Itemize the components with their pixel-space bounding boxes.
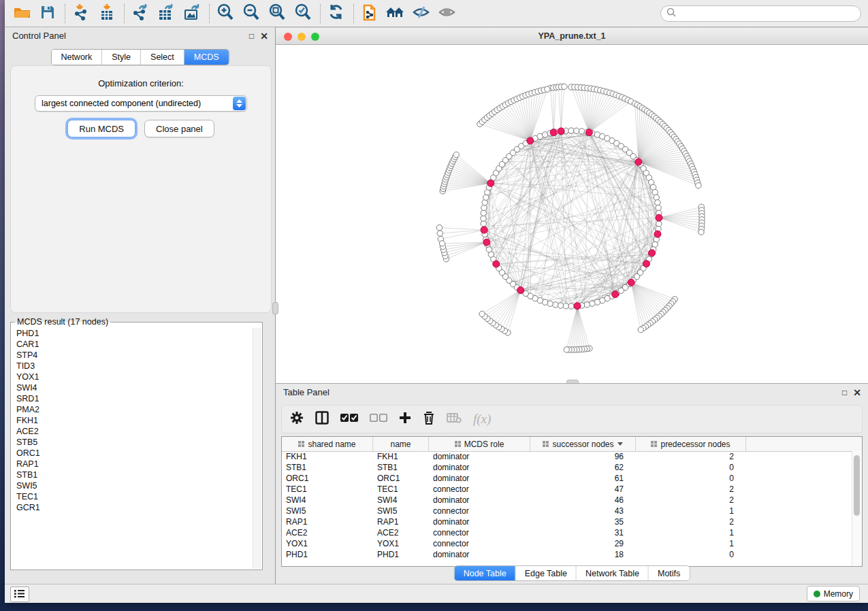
- home-networks-button[interactable]: [385, 3, 406, 24]
- mcds-result-item[interactable]: FKH1: [12, 415, 253, 426]
- table-cell[interactable]: 2: [636, 484, 746, 495]
- search-input[interactable]: [679, 7, 861, 20]
- delete-columns-icon[interactable]: [423, 411, 435, 427]
- memory-button[interactable]: Memory: [807, 586, 860, 601]
- table-cell[interactable]: connector: [429, 484, 530, 495]
- table-cell[interactable]: ORC1: [282, 473, 373, 484]
- table-cell[interactable]: 2: [636, 495, 746, 506]
- table-row[interactable]: SWI4SWI4dominator462: [282, 495, 852, 506]
- table-cell[interactable]: 47: [530, 484, 636, 495]
- show-columns-icon[interactable]: [315, 411, 329, 427]
- zoom-fit-button[interactable]: [267, 3, 287, 24]
- table-cell[interactable]: YOX1: [282, 538, 373, 549]
- table-scrollbar-thumb[interactable]: [854, 455, 860, 516]
- import-network-button[interactable]: [71, 3, 91, 24]
- table-cell[interactable]: dominator: [429, 473, 530, 484]
- table-cell[interactable]: 1: [636, 527, 746, 538]
- float-panel-icon[interactable]: □: [249, 32, 254, 40]
- column-header-shared-name[interactable]: shared name: [282, 437, 373, 451]
- network-graph[interactable]: [276, 45, 868, 383]
- mcds-result-item[interactable]: RAP1: [12, 459, 253, 469]
- table-row[interactable]: PHD1PHD1dominator180: [282, 549, 852, 560]
- table-row[interactable]: RAP1RAP1dominator352: [282, 516, 852, 527]
- mcds-result-scrollbar[interactable]: [253, 328, 261, 569]
- table-cell[interactable]: 2: [636, 451, 746, 462]
- export-image-button[interactable]: [182, 3, 202, 24]
- table-cell[interactable]: FKH1: [282, 451, 373, 462]
- table-cell[interactable]: 1: [636, 506, 746, 516]
- table-cell[interactable]: 62: [530, 462, 636, 473]
- table-cell[interactable]: RAP1: [373, 516, 429, 527]
- mcds-result-item[interactable]: ACE2: [12, 426, 253, 437]
- table-cell[interactable]: 0: [636, 473, 746, 484]
- mcds-result-item[interactable]: ORC1: [12, 448, 253, 459]
- export-network-button[interactable]: [130, 3, 150, 24]
- table-cell[interactable]: STB1: [282, 462, 373, 473]
- close-panel-icon[interactable]: ✕: [260, 32, 268, 40]
- table-cell[interactable]: 0: [636, 549, 746, 560]
- table-cell[interactable]: connector: [429, 506, 530, 516]
- select-all-checkboxes-icon[interactable]: [340, 413, 358, 425]
- save-session-button[interactable]: [37, 3, 58, 24]
- mcds-result-item[interactable]: PHD1: [12, 328, 253, 339]
- settings-gear-icon[interactable]: [290, 411, 304, 427]
- tab-style[interactable]: Style: [102, 50, 141, 65]
- table-cell[interactable]: 96: [530, 451, 636, 462]
- table-cell[interactable]: ACE2: [373, 527, 429, 538]
- table-cell[interactable]: ACE2: [282, 527, 373, 538]
- zoom-out-button[interactable]: [241, 3, 261, 24]
- tab-edge-table[interactable]: Edge Table: [516, 566, 577, 580]
- import-table-button[interactable]: [97, 3, 117, 24]
- mcds-result-item[interactable]: PMA2: [12, 404, 253, 415]
- table-cell[interactable]: connector: [429, 527, 530, 538]
- table-cell[interactable]: 61: [530, 473, 636, 484]
- float-table-panel-icon[interactable]: □: [842, 389, 847, 397]
- table-cell[interactable]: ORC1: [373, 473, 429, 484]
- table-cell[interactable]: 31: [530, 527, 636, 538]
- export-table-button[interactable]: [156, 3, 176, 24]
- table-cell[interactable]: dominator: [429, 549, 530, 560]
- mcds-result-item[interactable]: SWI5: [12, 480, 253, 491]
- unselect-all-checkboxes-icon[interactable]: [370, 413, 387, 425]
- zoom-in-button[interactable]: [215, 3, 236, 24]
- mcds-result-item[interactable]: CAR1: [12, 339, 253, 350]
- export-web-document-button[interactable]: [359, 3, 380, 24]
- open-session-button[interactable]: [12, 3, 32, 24]
- column-header-successor-nodes[interactable]: successor nodes: [530, 437, 636, 451]
- table-cell[interactable]: SWI4: [282, 495, 373, 506]
- table-cell[interactable]: dominator: [429, 451, 530, 462]
- mcds-result-item[interactable]: STB1: [12, 469, 253, 480]
- run-mcds-button[interactable]: Run MCDS: [67, 120, 135, 137]
- table-cell[interactable]: dominator: [429, 516, 530, 527]
- table-row[interactable]: STB1STB1dominator620: [282, 462, 852, 473]
- column-header-name[interactable]: name: [373, 437, 429, 451]
- table-cell[interactable]: SWI5: [282, 506, 373, 516]
- table-cell[interactable]: RAP1: [282, 516, 373, 527]
- mcds-result-item[interactable]: TEC1: [12, 491, 253, 502]
- column-header-MCDS-role[interactable]: MCDS role: [429, 437, 530, 451]
- close-panel-button[interactable]: Close panel: [144, 120, 214, 137]
- mcds-result-item[interactable]: TID3: [12, 361, 253, 371]
- mcds-result-item[interactable]: STP4: [12, 350, 253, 361]
- mcds-result-item[interactable]: YOX1: [12, 371, 253, 382]
- table-cell[interactable]: PHD1: [373, 549, 429, 560]
- table-cell[interactable]: STB1: [373, 462, 429, 473]
- mcds-result-item[interactable]: GCR1: [12, 502, 253, 513]
- table-row[interactable]: FKH1FKH1dominator962: [282, 451, 852, 462]
- table-cell[interactable]: PHD1: [282, 549, 373, 560]
- tab-network-table[interactable]: Network Table: [577, 566, 649, 580]
- refresh-button[interactable]: [326, 3, 347, 24]
- tab-motifs[interactable]: Motifs: [649, 566, 689, 580]
- optimization-criterion-dropdown[interactable]: largest connected component (undirected): [35, 95, 247, 112]
- table-cell[interactable]: TEC1: [373, 484, 429, 495]
- hide-style-button[interactable]: [411, 3, 432, 24]
- table-cell[interactable]: FKH1: [373, 451, 429, 462]
- table-row[interactable]: SWI5SWI5connector431: [282, 506, 852, 516]
- mcds-result-list[interactable]: PHD1CAR1STP4TID3YOX1SWI4SRD1PMA2FKH1ACE2…: [12, 328, 253, 569]
- minimize-window-icon[interactable]: [298, 33, 306, 41]
- show-graphics-details-button[interactable]: [437, 3, 457, 24]
- mcds-result-item[interactable]: SRD1: [12, 393, 253, 404]
- table-cell[interactable]: YOX1: [373, 538, 429, 549]
- table-cell[interactable]: 2: [636, 516, 746, 527]
- table-cell[interactable]: 29: [530, 538, 636, 549]
